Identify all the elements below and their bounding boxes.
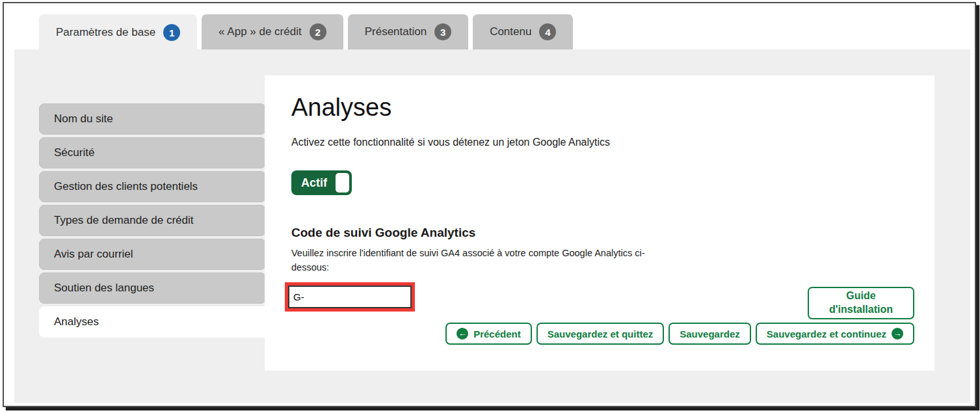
tab-presentation[interactable]: Présentation 3 <box>348 14 468 49</box>
page-subtitle: Activez cette fonctionnalité si vous dét… <box>291 137 610 148</box>
sidebar-item-label: Avis par courriel <box>54 248 133 261</box>
sidebar-item-label: Analyses <box>54 315 99 328</box>
previous-button-label: Précédent <box>473 328 521 340</box>
save-and-quit-button[interactable]: Sauvegardez et quittez <box>536 323 665 345</box>
save-and-quit-label: Sauvegardez et quittez <box>548 328 654 340</box>
sidebar-item-label: Types de demande de crédit <box>54 214 194 227</box>
save-button-label: Sauvegardez <box>680 328 740 340</box>
sidebar-item-label: Sécurité <box>54 146 94 159</box>
tracking-code-instructions: Veuillez inscrire l'identifiant de suivi… <box>291 246 656 275</box>
save-and-continue-label: Sauvegardez et continuez <box>767 328 886 340</box>
tab-label: Présentation <box>365 25 427 38</box>
tab-contenu[interactable]: Contenu 4 <box>473 14 573 49</box>
sidebar-item-nom-du-site[interactable]: Nom du site <box>39 103 266 135</box>
analytics-active-toggle[interactable]: Actif <box>291 170 352 195</box>
toggle-label: Actif <box>301 176 327 190</box>
tab-step-badge: 3 <box>434 23 451 40</box>
previous-button[interactable]: ← Précédent <box>445 323 532 345</box>
ga-tracking-code-input[interactable] <box>288 286 412 308</box>
sidebar-item-soutien-langues[interactable]: Soutien des langues <box>39 273 266 304</box>
highlight-annotation-frame <box>285 282 415 312</box>
wizard-action-buttons: ← Précédent Sauvegardez et quittez Sauve… <box>445 323 914 345</box>
tab-parametres-de-base[interactable]: Paramètres de base 1 <box>39 14 197 51</box>
arrow-right-icon: → <box>892 328 903 340</box>
wizard-tabs: Paramètres de base 1 « App » de crédit 2… <box>39 14 573 49</box>
tab-step-badge: 2 <box>310 23 326 40</box>
sidebar-item-securite[interactable]: Sécurité <box>39 137 266 168</box>
tab-label: « App » de crédit <box>219 25 302 38</box>
tab-step-badge: 4 <box>539 23 556 40</box>
installation-guide-button[interactable]: Guide d'installation <box>808 287 914 319</box>
tracking-code-heading: Code de suivi Google Analytics <box>291 226 475 240</box>
sidebar-item-label: Soutien des langues <box>54 282 154 295</box>
sidebar-item-gestion-clients[interactable]: Gestion des clients potentiels <box>39 171 266 202</box>
settings-sidebar: Nom du site Sécurité Gestion des clients… <box>39 103 266 340</box>
sidebar-item-avis-courriel[interactable]: Avis par courriel <box>39 239 266 270</box>
toggle-knob-icon <box>336 173 349 193</box>
save-button[interactable]: Sauvegardez <box>669 323 751 345</box>
arrow-left-icon: ← <box>457 328 468 340</box>
sidebar-item-types-demande-credit[interactable]: Types de demande de crédit <box>39 205 266 236</box>
sidebar-item-label: Nom du site <box>54 113 113 126</box>
app-window: Paramètres de base 1 « App » de crédit 2… <box>3 2 976 407</box>
tab-label: Contenu <box>490 25 531 38</box>
sidebar-item-analyses[interactable]: Analyses <box>39 306 273 338</box>
tab-app-de-credit[interactable]: « App » de crédit 2 <box>202 14 343 49</box>
sidebar-item-label: Gestion des clients potentiels <box>54 180 198 193</box>
tab-label: Paramètres de base <box>56 26 155 39</box>
analytics-content: Analyses Activez cette fonctionnalité si… <box>265 75 934 371</box>
tab-step-badge: 1 <box>163 24 180 41</box>
page-title: Analyses <box>291 94 391 122</box>
save-and-continue-button[interactable]: Sauvegardez et continuez → <box>756 323 914 345</box>
